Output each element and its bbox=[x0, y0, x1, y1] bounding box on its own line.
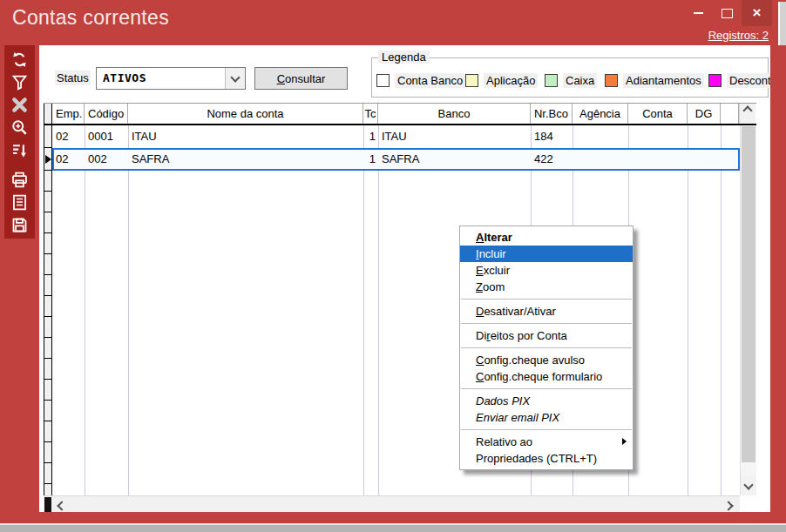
grid-body: 020001ITAU1ITAU18402002SAFRA1SAFRA422 bbox=[44, 125, 740, 495]
grid-column-header[interactable]: DG bbox=[688, 104, 721, 124]
menu-item-config-cheque-avulso[interactable]: Config.cheque avulso bbox=[460, 352, 633, 368]
menu-item-propriedades-ctrl-t[interactable]: Propriedades (CTRL+T) bbox=[460, 450, 633, 467]
row-indicator-empty bbox=[44, 212, 52, 233]
filter-icon[interactable] bbox=[7, 71, 33, 93]
consultar-button[interactable]: Consultar bbox=[254, 67, 348, 90]
titlebar-corner bbox=[778, 2, 786, 45]
horizontal-scroll-thumb[interactable] bbox=[44, 497, 51, 512]
sort-icon[interactable] bbox=[7, 139, 33, 161]
cancel-icon[interactable] bbox=[7, 94, 33, 116]
table-cell: 0001 bbox=[85, 125, 128, 148]
grid-column-header[interactable]: Tc bbox=[363, 104, 378, 124]
grid-column-header[interactable]: Emp. bbox=[52, 104, 85, 124]
legend-label: Adiantamentos bbox=[623, 73, 704, 88]
menu-item-relativo-ao[interactable]: Relativo ao bbox=[460, 434, 633, 450]
menu-item-dados-pix[interactable]: Dados PIX bbox=[460, 393, 633, 409]
submenu-arrow-icon bbox=[622, 438, 627, 445]
row-indicator-empty bbox=[44, 317, 52, 338]
grid-column-header[interactable]: Agência bbox=[573, 104, 628, 124]
menu-item-alterar[interactable]: Alterar bbox=[460, 229, 633, 246]
menu-separator bbox=[461, 347, 632, 348]
legend-item: Aplicação bbox=[465, 73, 538, 88]
scrollbar-corner bbox=[740, 495, 756, 513]
legend-swatch bbox=[605, 74, 618, 87]
vertical-scroll-thumb[interactable] bbox=[742, 126, 756, 462]
row-indicator-empty bbox=[44, 171, 52, 192]
row-indicator bbox=[44, 125, 52, 148]
save-icon[interactable] bbox=[7, 214, 33, 236]
grid-column-header[interactable] bbox=[721, 104, 739, 124]
menu-item-enviar-email-pix[interactable]: Enviar email PIX bbox=[460, 409, 633, 426]
horizontal-scrollbar[interactable] bbox=[44, 495, 740, 513]
print-icon[interactable] bbox=[7, 169, 33, 191]
close-button[interactable]: × bbox=[742, 0, 772, 26]
table-cell: 002 bbox=[85, 148, 128, 171]
menu-separator bbox=[461, 429, 632, 430]
window-border-bottom bbox=[0, 512, 786, 523]
table-cell bbox=[573, 125, 628, 148]
table-cell: 184 bbox=[531, 125, 573, 148]
row-indicator-empty bbox=[44, 380, 52, 401]
combo-dropdown-button[interactable] bbox=[225, 68, 245, 89]
menu-item-incluir[interactable]: Incluir bbox=[460, 246, 633, 262]
menu-item-direitos-por-conta[interactable]: Direitos por Conta bbox=[460, 327, 633, 344]
window-border-right bbox=[770, 45, 786, 523]
legend-item: Caixa bbox=[545, 73, 597, 88]
scroll-left-icon[interactable] bbox=[57, 501, 66, 510]
legend-swatch bbox=[545, 74, 558, 87]
maximize-icon bbox=[722, 9, 733, 18]
row-indicator bbox=[44, 148, 52, 171]
row-indicator-empty bbox=[44, 442, 52, 463]
minimize-button[interactable] bbox=[684, 0, 713, 26]
grid-column-header[interactable]: Conta bbox=[628, 104, 688, 124]
menu-item-config-cheque-formulario[interactable]: Config.cheque formulario bbox=[460, 368, 633, 385]
maximize-button[interactable] bbox=[713, 0, 742, 26]
status-value: ATIVOS bbox=[103, 71, 146, 84]
row-indicator-empty bbox=[44, 484, 52, 495]
grid-column-header[interactable]: Nr.Bco bbox=[531, 104, 573, 124]
grid-column-header[interactable]: Nome da conta bbox=[128, 104, 363, 124]
grid-indicator-column bbox=[44, 125, 52, 495]
row-indicator-empty bbox=[44, 192, 52, 212]
menu-item-excluir[interactable]: Excluir bbox=[460, 262, 633, 279]
desktop: Contas correntes × Registros: 2 Status A… bbox=[0, 0, 786, 532]
row-indicator-empty bbox=[44, 359, 52, 380]
table-cell: 02 bbox=[52, 125, 85, 148]
legend-items: Conta BancoAplicaçãoCaixaAdiantamentosDe… bbox=[372, 58, 768, 97]
table-row[interactable]: 020001ITAU1ITAU184 bbox=[52, 125, 740, 148]
table-cell bbox=[573, 148, 628, 171]
minimize-icon bbox=[694, 12, 703, 14]
legend-label: Aplicação bbox=[484, 73, 538, 88]
status-combobox[interactable]: ATIVOS bbox=[96, 67, 246, 90]
current-row-marker-icon bbox=[45, 155, 51, 164]
table-cell: 422 bbox=[531, 148, 573, 171]
table-cell bbox=[628, 125, 688, 148]
table-row[interactable]: 02002SAFRA1SAFRA422 bbox=[52, 148, 740, 171]
zoom-icon[interactable] bbox=[7, 117, 33, 138]
vertical-scrollbar[interactable] bbox=[740, 125, 756, 495]
row-indicator-empty bbox=[44, 296, 52, 317]
menu-separator bbox=[461, 299, 632, 300]
content-panel: Status ATIVOS Consultar Legenda Conta Ba… bbox=[39, 45, 770, 512]
legend-groupbox: Legenda Conta BancoAplicaçãoCaixaAdianta… bbox=[371, 57, 769, 98]
menu-item-desativar-ativar[interactable]: Desativar/Ativar bbox=[460, 303, 633, 320]
refresh-icon[interactable] bbox=[7, 49, 33, 71]
records-link[interactable]: Registros: 2 bbox=[708, 29, 769, 42]
legend-label: Caixa bbox=[563, 73, 597, 88]
grid-column-header[interactable]: Código bbox=[85, 104, 128, 124]
scroll-down-button[interactable] bbox=[741, 476, 756, 495]
accounts-grid: Emp.CódigoNome da contaTcBancoNr.BcoAgên… bbox=[44, 103, 756, 513]
legend-swatch bbox=[708, 74, 722, 87]
menu-item-zoom[interactable]: Zoom bbox=[460, 279, 633, 295]
window-title: Contas correntes bbox=[12, 6, 169, 30]
sidebar bbox=[0, 45, 39, 523]
grid-column-header[interactable]: Banco bbox=[378, 104, 531, 124]
grid-indicator-header bbox=[44, 104, 52, 124]
legend-swatch bbox=[376, 74, 390, 87]
app-window: Contas correntes × Registros: 2 Status A… bbox=[0, 0, 786, 523]
scroll-right-icon[interactable] bbox=[723, 501, 733, 510]
desktop-edge bbox=[0, 523, 786, 532]
report-icon[interactable] bbox=[7, 192, 33, 213]
row-indicator-empty bbox=[44, 275, 52, 296]
scroll-up-button[interactable] bbox=[739, 104, 756, 124]
